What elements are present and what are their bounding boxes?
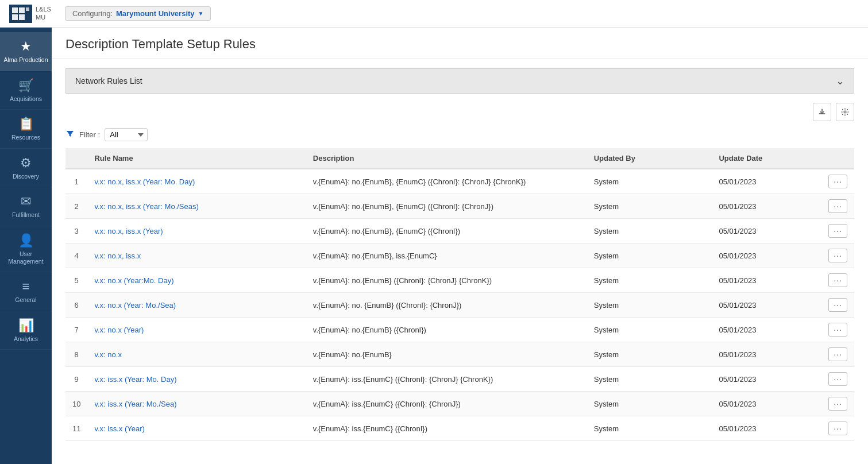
row-action-button[interactable]: ··· [828,372,847,386]
rule-name-cell: v.x: no.x, iss.x (Year: Mo./Seas) [87,194,306,219]
table-row: 5 v.x: no.x (Year:Mo. Day) v.{EnumA}: no… [65,268,854,293]
col-header-updated-by: Updated By [587,148,712,169]
description-cell: v.{EnumA}: iss.{EnumC} ({ChronI}) [306,416,587,441]
page-title: Description Template Setup Rules [65,37,854,52]
rule-name-cell: v.x: no.x, iss.x (Year: Mo. Day) [87,169,306,194]
sidebar-item-alma-production[interactable]: ★ Alma Production [0,32,52,71]
description-cell: v.{EnumA}: no.{EnumB}, {EnumC} ({ChronI}… [306,219,587,243]
sidebar-item-resources[interactable]: 📋 Resources [0,110,52,149]
sidebar-item-analytics[interactable]: 📊 Analytics [0,311,52,350]
rule-name-link[interactable]: v.x: iss.x (Year) [94,424,144,433]
filter-select[interactable]: All Active Inactive [105,128,148,141]
export-button[interactable] [813,103,831,121]
row-number: 3 [65,219,87,243]
rule-name-link[interactable]: v.x: no.x (Year) [94,326,144,334]
rule-name-cell: v.x: iss.x (Year: Mo. Day) [87,367,306,392]
description-cell: v.{EnumA}: no.{EnumB} ({ChronI}: {ChronJ… [306,268,587,293]
table-row: 8 v.x: no.x v.{EnumA}: no.{EnumB} System… [65,342,854,367]
action-cell: ··· [821,194,854,219]
row-action-button[interactable]: ··· [828,298,847,312]
table-header: Rule Name Description Updated By Update … [65,148,854,169]
configuring-bar[interactable]: Configuring: Marymount University ▼ [65,6,211,21]
analytics-icon: 📊 [18,318,34,333]
rule-name-link[interactable]: v.x: no.x, iss.x (Year: Mo. Day) [94,177,195,186]
toolbar [65,103,854,121]
row-action-button[interactable]: ··· [828,224,847,238]
row-number: 4 [65,243,87,268]
col-header-actions [821,148,854,169]
content-area: Network Rules List ⌄ [52,59,868,464]
resources-icon: 📋 [18,117,34,132]
updated-by-cell: System [587,243,712,268]
sidebar-item-fulfillment[interactable]: ✉ Fulfillment [0,187,52,226]
filter-bar: Filter : All Active Inactive [65,128,854,141]
filter-label: Filter : [79,130,100,139]
table-row: 2 v.x: no.x, iss.x (Year: Mo./Seas) v.{E… [65,194,854,219]
rule-name-link[interactable]: v.x: no.x, iss.x (Year) [94,227,163,235]
logo-icon [9,5,32,23]
rule-name-cell: v.x: no.x (Year) [87,318,306,342]
rule-name-link[interactable]: v.x: no.x, iss.x [94,252,141,260]
accordion-chevron-icon: ⌄ [836,75,844,87]
rules-table: Rule Name Description Updated By Update … [65,148,854,441]
accordion-header[interactable]: Network Rules List ⌄ [65,68,854,94]
table-row: 1 v.x: no.x, iss.x (Year: Mo. Day) v.{En… [65,169,854,194]
updated-by-cell: System [587,268,712,293]
sidebar-item-label: User Management [2,250,49,265]
col-header-description: Description [306,148,587,169]
updated-by-cell: System [587,318,712,342]
action-cell: ··· [821,367,854,392]
rule-name-link[interactable]: v.x: no.x (Year:Mo. Day) [94,276,173,285]
row-action-button[interactable]: ··· [828,347,847,361]
row-action-button[interactable]: ··· [828,175,847,188]
main-content: Description Template Setup Rules Network… [52,28,868,464]
settings-button[interactable] [836,103,854,121]
action-cell: ··· [821,318,854,342]
rule-name-cell: v.x: no.x (Year: Mo./Sea) [87,293,306,318]
alma-production-icon: ★ [20,39,32,54]
rule-name-cell: v.x: iss.x (Year) [87,416,306,441]
sidebar-item-user-management[interactable]: 👤 User Management [0,226,52,272]
updated-by-cell: System [587,392,712,416]
table-row: 9 v.x: iss.x (Year: Mo. Day) v.{EnumA}: … [65,367,854,392]
rule-name-link[interactable]: v.x: iss.x (Year: Mo./Sea) [94,400,176,408]
rule-name-link[interactable]: v.x: no.x (Year: Mo./Sea) [94,301,176,310]
row-action-button[interactable]: ··· [828,323,847,337]
table-row: 3 v.x: no.x, iss.x (Year) v.{EnumA}: no.… [65,219,854,243]
discovery-icon: ⚙ [20,156,32,171]
col-header-update-date: Update Date [712,148,821,169]
description-cell: v.{EnumA}: no.{EnumB}, {EnumC} ({ChronI}… [306,194,587,219]
row-action-button[interactable]: ··· [828,397,847,411]
updated-by-cell: System [587,194,712,219]
sidebar-item-label: Alma Production [3,56,48,64]
action-cell: ··· [821,243,854,268]
sidebar-item-general[interactable]: ≡ General [0,272,52,311]
row-number: 8 [65,342,87,367]
rule-name-cell: v.x: iss.x (Year: Mo./Sea) [87,392,306,416]
sidebar-item-acquisitions[interactable]: 🛒 Acquisitions [0,71,52,110]
update-date-cell: 05/01/2023 [712,416,821,441]
update-date-cell: 05/01/2023 [712,169,821,194]
row-action-button[interactable]: ··· [828,422,847,435]
rule-name-cell: v.x: no.x, iss.x [87,243,306,268]
table-row: 4 v.x: no.x, iss.x v.{EnumA}: no.{EnumB}… [65,243,854,268]
svg-rect-4 [26,7,29,11]
rule-name-link[interactable]: v.x: no.x [94,350,121,359]
dropdown-arrow-icon: ▼ [198,10,204,17]
rule-name-link[interactable]: v.x: no.x, iss.x (Year: Mo./Seas) [94,202,198,211]
row-action-button[interactable]: ··· [828,273,847,287]
rule-name-cell: v.x: no.x [87,342,306,367]
sidebar-item-discovery[interactable]: ⚙ Discovery [0,149,52,188]
updated-by-cell: System [587,219,712,243]
updated-by-cell: System [587,169,712,194]
update-date-cell: 05/01/2023 [712,268,821,293]
row-action-button[interactable]: ··· [828,199,847,213]
update-date-cell: 05/01/2023 [712,219,821,243]
action-cell: ··· [821,392,854,416]
svg-rect-2 [12,14,18,20]
rule-name-link[interactable]: v.x: iss.x (Year: Mo. Day) [94,375,176,384]
row-number: 6 [65,293,87,318]
row-action-button[interactable]: ··· [828,249,847,262]
user-management-icon: 👤 [18,233,34,248]
action-cell: ··· [821,416,854,441]
